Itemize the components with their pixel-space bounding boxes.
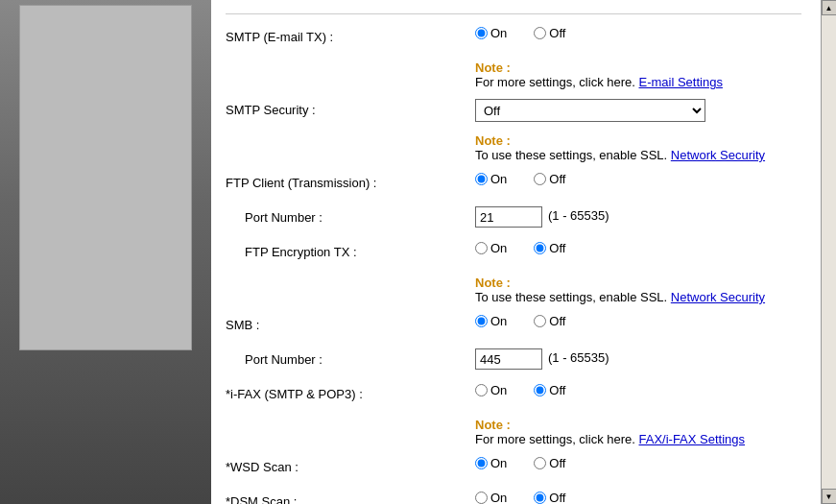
form-row-wsd_scan: *WSD Scan :OnOff (226, 456, 801, 483)
form-row-ftp_encryption: FTP Encryption TX :OnOff (226, 241, 801, 268)
radio-on-ftp_encryption[interactable]: On (475, 241, 507, 255)
radio-on-label-dsm_scan: On (490, 491, 507, 504)
label-ftp_client: FTP Client (Transmission) : (226, 172, 475, 190)
radio-off-smb[interactable]: Off (534, 314, 565, 328)
note-text-line-smtp: For more settings, click here. E-mail Se… (475, 75, 801, 89)
radio-on-input-smtp[interactable] (475, 27, 488, 39)
radio-on-label-wsd_scan: On (490, 456, 507, 470)
scroll-down-button[interactable]: ▼ (822, 489, 837, 504)
radio-group-ftp_encryption: OnOff (475, 241, 585, 255)
radio-off-label-ftp_encryption: Off (549, 241, 565, 255)
label-wsd_scan: *WSD Scan : (226, 456, 475, 474)
label-ftp_encryption: FTP Encryption TX : (226, 241, 475, 259)
radio-off-label-dsm_scan: Off (549, 491, 565, 504)
section-title (226, 10, 801, 14)
note-smtp: Note :For more settings, click here. E-m… (475, 60, 801, 89)
port-input-smb_port[interactable] (475, 348, 542, 370)
note-label-ftp_encryption: Note : (475, 276, 511, 290)
radio-off-input-dsm_scan[interactable] (534, 492, 546, 504)
form-row-smtp_security: SMTP Security :OffSSLTLS (226, 99, 801, 126)
note-link-ifax[interactable]: FAX/i-FAX Settings (639, 432, 746, 446)
radio-off-label-wsd_scan: Off (549, 456, 565, 470)
radio-off-input-ftp_client[interactable] (534, 173, 546, 185)
note-link-smtp_security[interactable]: Network Security (671, 148, 765, 162)
note-text-ftp_encryption: To use these settings, enable SSL. (475, 290, 671, 304)
content-area: SMTP (E-mail TX) :OnOffNote :For more se… (211, 0, 821, 504)
radio-off-input-ftp_encryption[interactable] (534, 242, 546, 254)
form-row-smb: SMB :OnOff (226, 314, 801, 341)
radio-on-ftp_client[interactable]: On (475, 172, 507, 186)
radio-off-wsd_scan[interactable]: Off (534, 456, 565, 470)
note-label-ifax: Note : (475, 418, 511, 432)
control-ftp_encryption: OnOff (475, 241, 801, 255)
form-row-smb_port: Port Number :(1 - 65535) (226, 348, 801, 375)
label-ftp_port: Port Number : (226, 206, 475, 225)
select-smtp_security[interactable]: OffSSLTLS (475, 99, 705, 122)
radio-on-ifax[interactable]: On (475, 383, 507, 397)
port-range-ftp_port: (1 - 65535) (548, 206, 609, 223)
form-row-ftp_client: FTP Client (Transmission) :OnOff (226, 172, 801, 199)
control-ftp_port: (1 - 65535) (475, 206, 801, 228)
note-label-line-ifax: Note : (475, 418, 801, 432)
scroll-up-button[interactable]: ▲ (822, 0, 837, 15)
note-link-ftp_encryption[interactable]: Network Security (671, 290, 765, 304)
note-label-line-smtp: Note : (475, 60, 801, 75)
port-input-ftp_port[interactable] (475, 206, 542, 228)
note-text-smtp: For more settings, click here. (475, 75, 639, 89)
radio-on-input-ftp_client[interactable] (475, 173, 488, 185)
form-row-dsm_scan: *DSM Scan :OnOff (226, 491, 801, 504)
radio-off-input-smtp[interactable] (534, 27, 546, 39)
radio-off-label-smb: Off (549, 314, 565, 328)
radio-group-ftp_client: OnOff (475, 172, 585, 186)
radio-off-label-ftp_client: Off (549, 172, 565, 186)
radio-off-ftp_client[interactable]: Off (534, 172, 565, 186)
control-ftp_client: OnOff (475, 172, 801, 186)
radio-off-input-wsd_scan[interactable] (534, 457, 546, 469)
note-label-smtp: Note : (475, 60, 511, 75)
radio-off-label-ifax: Off (549, 383, 565, 397)
label-dsm_scan: *DSM Scan : (226, 491, 475, 504)
control-wsd_scan: OnOff (475, 456, 801, 470)
radio-on-input-ftp_encryption[interactable] (475, 242, 488, 254)
radio-off-dsm_scan[interactable]: Off (534, 491, 565, 504)
radio-group-smb: OnOff (475, 314, 585, 328)
label-smb_port: Port Number : (226, 348, 475, 367)
radio-on-label-ifax: On (490, 383, 507, 397)
note-link-smtp[interactable]: E-mail Settings (639, 75, 723, 89)
control-smtp: OnOff (475, 26, 801, 40)
required-star-ifax: * (226, 387, 230, 401)
port-range-smb_port: (1 - 65535) (548, 348, 609, 365)
scrollbar[interactable]: ▲ ▼ (821, 0, 836, 504)
radio-off-ifax[interactable]: Off (534, 383, 565, 397)
radio-off-ftp_encryption[interactable]: Off (534, 241, 565, 255)
control-dsm_scan: OnOff (475, 491, 801, 504)
radio-on-dsm_scan[interactable]: On (475, 491, 507, 504)
radio-group-smtp: OnOff (475, 26, 585, 40)
radio-on-smtp[interactable]: On (475, 26, 507, 40)
form-row-smtp: SMTP (E-mail TX) :OnOff (226, 26, 801, 53)
required-star-dsm_scan: * (226, 494, 230, 504)
radio-group-dsm_scan: OnOff (475, 491, 585, 504)
radio-on-input-smb[interactable] (475, 315, 488, 327)
note-text-ifax: For more settings, click here. (475, 432, 639, 446)
form-container: SMTP (E-mail TX) :OnOffNote :For more se… (226, 26, 801, 504)
radio-group-wsd_scan: OnOff (475, 456, 585, 470)
radio-off-label-smtp: Off (549, 26, 565, 40)
radio-off-smtp[interactable]: Off (534, 26, 565, 40)
note-label-line-smtp_security: Note : (475, 133, 801, 148)
radio-on-input-ifax[interactable] (475, 384, 488, 396)
device-image (19, 5, 192, 350)
control-smtp_security: OffSSLTLS (475, 99, 801, 122)
note-text-smtp_security: To use these settings, enable SSL. (475, 148, 671, 162)
radio-on-label-ftp_client: On (490, 172, 507, 186)
main-content: SMTP (E-mail TX) :OnOffNote :For more se… (211, 0, 821, 504)
radio-on-wsd_scan[interactable]: On (475, 456, 507, 470)
control-smb: OnOff (475, 314, 801, 328)
radio-off-input-smb[interactable] (534, 315, 546, 327)
label-smb: SMB : (226, 314, 475, 332)
radio-on-smb[interactable]: On (475, 314, 507, 328)
radio-off-input-ifax[interactable] (534, 384, 546, 396)
radio-on-input-wsd_scan[interactable] (475, 457, 488, 469)
radio-on-input-dsm_scan[interactable] (475, 492, 488, 504)
control-ifax: OnOff (475, 383, 801, 397)
